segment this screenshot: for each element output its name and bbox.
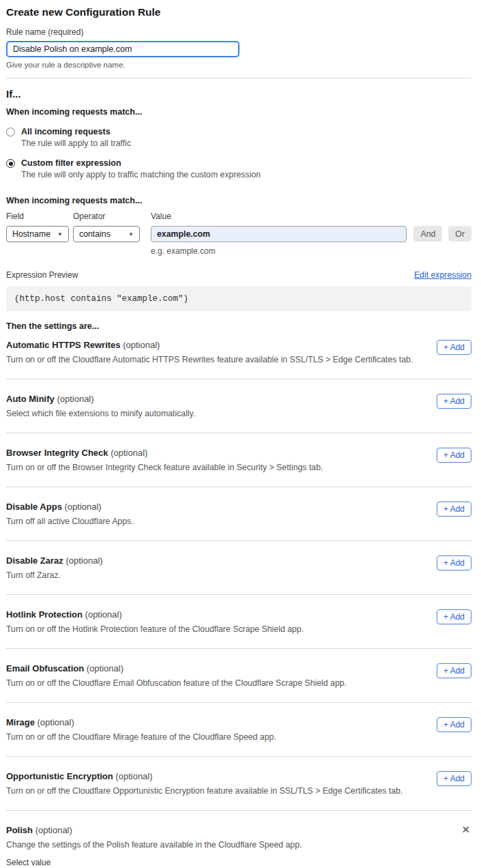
optional-suffix: (optional) — [35, 825, 72, 835]
operator-select[interactable]: contains ▼ — [73, 226, 140, 242]
optional-suffix: (optional) — [115, 771, 152, 781]
or-button[interactable]: Or — [448, 226, 471, 242]
add-button[interactable]: + Add — [437, 771, 471, 786]
optional-suffix: (optional) — [38, 717, 74, 727]
then-settings-heading: Then the settings are... — [6, 321, 471, 331]
close-icon[interactable]: ✕ — [461, 824, 470, 835]
rule-name-help: Give your rule a descriptive name. — [6, 61, 471, 69]
optional-suffix: (optional) — [111, 448, 147, 458]
optional-suffix: (optional) — [65, 555, 102, 566]
setting-description: Turn on or off the Hotlink Protection fe… — [6, 624, 304, 634]
optional-suffix: (optional) — [123, 340, 160, 350]
setting-name: Mirage — [6, 717, 35, 727]
rule-name-label: Rule name (required) — [6, 27, 471, 37]
page-title: Create new Configuration Rule — [6, 6, 471, 18]
expression-builder-row: Field Hostname ▼ Operator contains ▼ Val… — [6, 212, 471, 256]
field-select[interactable]: Hostname ▼ — [6, 226, 69, 242]
radio-label: Custom filter expression — [21, 158, 261, 168]
setting-description: Turn on or off the Cloudflare Opportunis… — [6, 786, 403, 796]
radio-option-all-incoming[interactable]: All incoming requests The rule will appl… — [6, 127, 471, 148]
optional-suffix: (optional) — [87, 663, 123, 674]
setting-name: Auto Minify — [6, 394, 55, 404]
optional-suffix: (optional) — [65, 502, 102, 512]
setting-name: Disable Zaraz — [6, 555, 63, 566]
edit-expression-link[interactable]: Edit expression — [414, 270, 471, 280]
setting-row-auto-minify: Auto Minify (optional) Select which file… — [6, 379, 471, 433]
rule-name-input[interactable] — [6, 41, 239, 57]
setting-row-hotlink-protection: Hotlink Protection (optional) Turn on or… — [6, 595, 471, 649]
expression-preview-label: Expression Preview — [6, 270, 78, 280]
operator-select-value: contains — [79, 229, 111, 239]
setting-row-opportunistic-encryption: Opportunistic Encryption (optional) Turn… — [6, 757, 471, 811]
add-button[interactable]: + Add — [437, 555, 471, 570]
setting-description: Select which file extensions to minify a… — [6, 409, 195, 418]
add-button[interactable]: + Add — [437, 394, 471, 409]
setting-row-browser-integrity-check: Browser Integrity Check (optional) Turn … — [6, 433, 471, 487]
setting-description: Turn off all active Cloudflare Apps. — [6, 517, 134, 526]
setting-name: Disable Apps — [6, 502, 62, 512]
optional-suffix: (optional) — [57, 394, 93, 404]
if-heading: If... — [6, 88, 471, 100]
radio-label: All incoming requests — [21, 127, 131, 136]
radio-option-custom-filter[interactable]: Custom filter expression The rule will o… — [6, 158, 471, 179]
optional-suffix: (optional) — [85, 609, 122, 620]
radio-description: The rule will only apply to traffic matc… — [21, 170, 261, 179]
add-button[interactable]: + Add — [437, 340, 471, 355]
add-button[interactable]: + Add — [437, 663, 471, 678]
setting-description: Turn on or off the Cloudflare Automatic … — [6, 355, 413, 364]
value-hint: e.g. example.com — [151, 246, 407, 256]
setting-name: Email Obfuscation — [6, 663, 84, 674]
radio-selected-icon[interactable] — [6, 159, 15, 168]
add-button[interactable]: + Add — [437, 502, 471, 517]
divider — [6, 78, 471, 78]
setting-name: Automatic HTTPS Rewrites — [6, 340, 121, 350]
add-button[interactable]: + Add — [437, 717, 471, 732]
select-value-label: Select value — [6, 858, 471, 867]
setting-description: Turn on or off the Browser Integrity Che… — [6, 463, 323, 472]
setting-description: Turn off Zaraz. — [6, 570, 103, 580]
value-input[interactable] — [151, 226, 407, 242]
chevron-down-icon: ▼ — [128, 231, 134, 237]
add-button[interactable]: + Add — [437, 609, 471, 624]
match-subheading: When incoming requests match... — [6, 107, 471, 117]
setting-row-mirage: Mirage (optional) Turn on or off the Clo… — [6, 703, 471, 757]
builder-heading: When incoming requests match... — [6, 196, 471, 205]
setting-row-automatic-https-rewrites: Automatic HTTPS Rewrites (optional) Turn… — [6, 331, 471, 379]
setting-name: Hotlink Protection — [6, 609, 83, 620]
setting-description: Turn on or off the Cloudflare Email Obfu… — [6, 678, 347, 688]
expression-preview-code: (http.host contains "example.com") — [6, 287, 471, 311]
radio-description: The rule will apply to all traffic — [21, 139, 131, 148]
setting-description: Change the settings of the Polish featur… — [6, 840, 471, 850]
radio-unselected-icon[interactable] — [6, 128, 15, 136]
setting-name: Browser Integrity Check — [6, 448, 108, 458]
field-select-value: Hostname — [12, 229, 50, 239]
add-button[interactable]: + Add — [437, 448, 471, 463]
setting-name: Polish — [6, 825, 33, 835]
chevron-down-icon: ▼ — [57, 231, 63, 237]
setting-name: Opportunistic Encryption — [6, 771, 113, 781]
value-label: Value — [151, 212, 407, 221]
setting-description: Turn on or off the Cloudflare Mirage fea… — [6, 732, 276, 742]
setting-row-polish: ✕ Polish (optional) Change the settings … — [6, 811, 471, 868]
setting-row-disable-zaraz: Disable Zaraz (optional) Turn off Zaraz.… — [6, 541, 471, 595]
setting-row-email-obfuscation: Email Obfuscation (optional) Turn on or … — [6, 649, 471, 703]
operator-label: Operator — [73, 212, 140, 221]
field-label: Field — [6, 212, 69, 221]
setting-row-disable-apps: Disable Apps (optional) Turn off all act… — [6, 487, 471, 541]
and-button[interactable]: And — [413, 226, 442, 242]
